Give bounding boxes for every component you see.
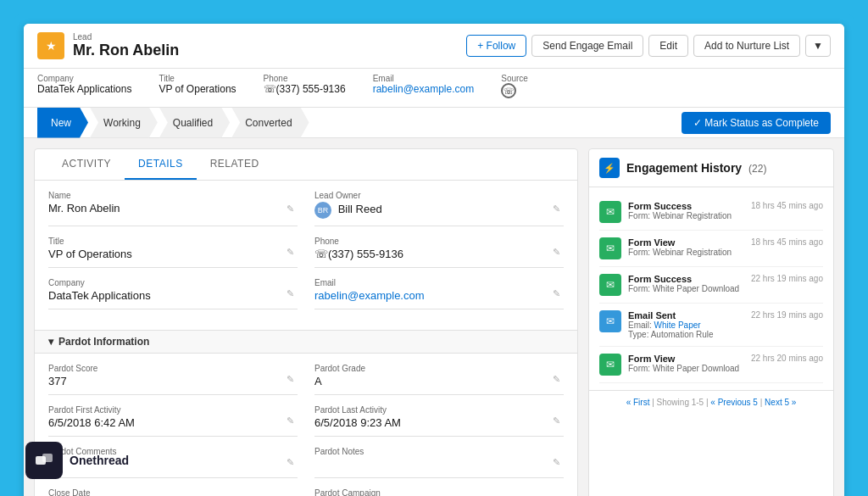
eng-time-4: 22 hrs 19 mins ago — [751, 310, 823, 320]
pardot-notes-field: Pardot Notes ✎ — [314, 447, 564, 478]
email-label: Email — [373, 74, 475, 83]
engagement-icon: ⚡ — [599, 158, 620, 178]
header-left: ★ Lead Mr. Ron Abelin — [37, 32, 179, 59]
sub-header: Company DataTek Applications Title VP of… — [24, 69, 844, 108]
pardot-notes-label: Pardot Notes — [314, 447, 564, 456]
status-new[interactable]: New — [37, 108, 88, 138]
eng-type-5: Form View — [628, 354, 744, 364]
form-view-2-icon: ✉ — [599, 354, 621, 376]
lead-owner-field: Lead Owner BR Bill Reed ✎ — [314, 191, 564, 226]
close-date-field: Close Date 3 AM ✎ — [48, 488, 298, 496]
pardot-score-value: 377 — [48, 373, 298, 389]
company-field: Company DataTek Applications — [37, 74, 131, 98]
lead-owner-name[interactable]: Bill Reed — [338, 203, 382, 215]
dropdown-button[interactable]: ▼ — [805, 35, 831, 57]
detail-section: Name Mr. Ron Abelin ✎ Lead Owner BR Bill… — [35, 181, 577, 330]
eng-desc-2: Form: Webinar Registration — [628, 248, 744, 257]
form-view-icon: ✉ — [599, 237, 621, 259]
phone-edit-icon[interactable]: ✎ — [553, 247, 560, 258]
pardot-section-header[interactable]: ▾ Pardot Information — [35, 330, 577, 354]
eng-content-4: Email Sent Email: White Paper Type: Auto… — [628, 310, 744, 339]
notes-edit-icon[interactable]: ✎ — [553, 457, 560, 468]
row-first-last: Pardot First Activity 6/5/2018 6:42 AM ✎… — [48, 405, 564, 437]
onethread-logo-icon — [25, 442, 63, 479]
title-field: Title VP of Operations — [159, 74, 236, 98]
first-link[interactable]: « First — [626, 398, 650, 407]
source-value: ☏ — [501, 83, 528, 98]
lead-type-label: Lead — [73, 32, 179, 42]
pardot-first-label: Pardot First Activity — [48, 405, 298, 415]
phone-label: Phone — [264, 74, 346, 83]
email-field: Email rabelin@example.com — [373, 74, 475, 98]
email-edit-icon[interactable]: ✎ — [553, 288, 560, 299]
status-qualified[interactable]: Qualified — [159, 108, 230, 138]
tab-activity[interactable]: ACTIVITY — [48, 149, 125, 180]
lead-name: Mr. Ron Abelin — [73, 42, 179, 59]
header-actions: + Follow Send Engage Email Edit Add to N… — [466, 35, 831, 57]
status-working[interactable]: Working — [90, 108, 158, 138]
chevron-down-icon: ▾ — [48, 336, 53, 348]
engagement-header: ⚡ Engagement History (22) — [589, 149, 833, 187]
eng-type-3: Form Success — [628, 274, 744, 284]
eng-desc-4b: Type: Automation Rule — [628, 330, 744, 339]
engagement-panel: ⚡ Engagement History (22) ✉ Form Success… — [588, 148, 834, 496]
eng-desc-4: Email: White Paper — [628, 320, 744, 330]
tab-related[interactable]: RELATED — [197, 149, 273, 180]
email-detail-field: Email rabelin@example.com ✎ — [314, 278, 564, 309]
title-detail-label: Title — [48, 237, 298, 246]
mark-complete-button[interactable]: ✓ Mark Status as Complete — [682, 112, 831, 134]
eng-content-3: Form Success Form: White Paper Download — [628, 274, 744, 293]
row-title-phone: Title VP of Operations ✎ Phone ☏(337) 55… — [48, 237, 564, 268]
status-converted[interactable]: Converted — [231, 108, 309, 138]
phone-value: ☏(337) 555-9136 — [264, 83, 346, 95]
name-edit-icon[interactable]: ✎ — [287, 203, 294, 214]
pardot-grade-label: Pardot Grade — [314, 364, 564, 373]
engagement-item: ✉ Form View Form: Webinar Registration 1… — [599, 231, 823, 267]
email-value[interactable]: rabelin@example.com — [373, 83, 475, 95]
pardot-first-field: Pardot First Activity 6/5/2018 6:42 AM ✎ — [48, 405, 298, 437]
name-label: Name — [48, 191, 298, 200]
company-detail-label: Company — [48, 278, 298, 287]
pardot-last-field: Pardot Last Activity 6/5/2018 9:23 AM ✎ — [314, 405, 564, 437]
title-edit-icon[interactable]: ✎ — [287, 247, 294, 258]
last-edit-icon[interactable]: ✎ — [553, 415, 560, 426]
company-value: DataTek Applications — [37, 83, 131, 95]
name-value: Mr. Ron Abelin — [48, 200, 298, 216]
grade-edit-icon[interactable]: ✎ — [553, 374, 560, 385]
tab-details[interactable]: DETAILS — [125, 149, 197, 180]
pardot-last-value: 6/5/2018 9:23 AM — [314, 415, 564, 431]
svg-rect-1 — [42, 454, 53, 462]
edit-button[interactable]: Edit — [648, 35, 688, 57]
pardot-last-label: Pardot Last Activity — [314, 405, 564, 415]
status-bar: New Working Qualified Converted ✓ Mark S… — [24, 108, 844, 138]
engagement-title: Engagement History (22) — [626, 161, 766, 175]
send-email-button[interactable]: Send Engage Email — [531, 35, 643, 57]
pardot-campaign-label: Pardot Campaign — [314, 488, 564, 496]
eng-content-1: Form Success Form: Webinar Registration — [628, 201, 744, 220]
first-edit-icon[interactable]: ✎ — [287, 415, 294, 426]
prev-link[interactable]: « Previous 5 — [710, 398, 758, 407]
engagement-item: ✉ Email Sent Email: White Paper Type: Au… — [599, 304, 823, 347]
engagement-count: (22) — [748, 163, 766, 175]
eng-content-5: Form View Form: White Paper Download — [628, 354, 744, 373]
phone-detail-field: Phone ☏(337) 555-9136 ✎ — [314, 237, 564, 268]
pardot-grade-field: Pardot Grade A ✎ — [314, 364, 564, 395]
pardot-notes-value — [314, 456, 564, 472]
add-nurture-button[interactable]: Add to Nurture List — [693, 35, 800, 57]
follow-button[interactable]: + Follow — [466, 35, 526, 57]
email-detail-value[interactable]: rabelin@example.com — [314, 287, 564, 304]
company-edit-icon[interactable]: ✎ — [287, 288, 294, 299]
next-link[interactable]: Next 5 » — [765, 398, 796, 407]
eng-time-2: 18 hrs 45 mins ago — [751, 237, 823, 247]
title-value: VP of Operations — [159, 83, 236, 95]
tabs: ACTIVITY DETAILS RELATED — [35, 149, 577, 181]
title-detail-field: Title VP of Operations ✎ — [48, 237, 298, 268]
score-edit-icon[interactable]: ✎ — [287, 374, 294, 385]
comments-edit-icon[interactable]: ✎ — [287, 457, 294, 468]
phone-field: Phone ☏(337) 555-9136 — [264, 74, 346, 98]
email-sent-icon: ✉ — [599, 310, 621, 332]
form-success-icon: ✉ — [599, 201, 621, 223]
owner-edit-icon[interactable]: ✎ — [553, 203, 560, 214]
engagement-item: ✉ Form Success Form: Webinar Registratio… — [599, 194, 823, 231]
eng-time-5: 22 hrs 20 mins ago — [751, 354, 823, 363]
